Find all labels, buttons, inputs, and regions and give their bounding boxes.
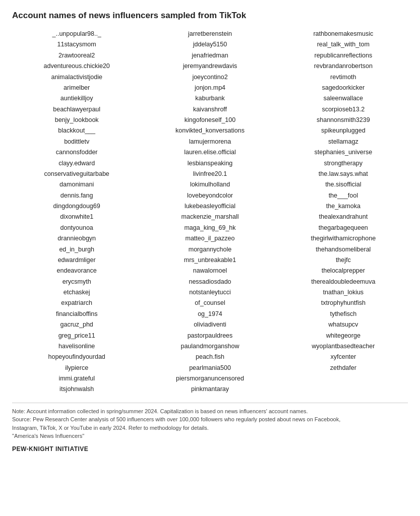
account-name: paulandmorganshow	[181, 342, 239, 351]
note-line3: Instagram, TikTok, X or YouTube in early…	[12, 425, 209, 431]
account-name: pinkmantaray	[191, 384, 229, 394]
account-name: joeycontino2	[192, 73, 227, 82]
account-name: dennis.fang	[61, 191, 93, 201]
account-name: kaburbank	[195, 94, 224, 103]
account-name: lamujermorena	[189, 137, 231, 147]
account-name: thehandsomeliberal	[316, 245, 371, 254]
account-name: republicanreflections	[314, 51, 372, 60]
account-name: clayy.edward	[58, 159, 95, 168]
account-name: expatriarch	[61, 298, 92, 308]
account-name: hopeyoufindyourdad	[48, 352, 105, 362]
account-name: endeavorance	[57, 266, 97, 276]
account-name: kingofoneself_100	[185, 115, 235, 125]
account-name: benjy_lookbook	[55, 115, 99, 125]
account-name: jonjon.mp4	[195, 83, 225, 93]
column-3: rathbonemakesmusicreal_talk_with_tomrepu…	[279, 29, 408, 395]
account-name: peach.fish	[196, 352, 224, 362]
account-name: beachlawyerpaul	[53, 105, 100, 114]
account-name: ed_in_burgh	[59, 245, 94, 254]
account-name: jenafriedman	[192, 51, 228, 60]
account-name: shannonsmith3239	[317, 115, 370, 125]
account-name: matteo_il_pazzeo	[186, 234, 235, 243]
account-name: the___fool	[329, 191, 358, 201]
account-name: thelocalprepper	[322, 266, 365, 276]
branding-label: PEW-KNIGHT INITIATIVE	[12, 445, 408, 453]
account-name: edwardmliger	[58, 255, 96, 265]
account-name: mackenzie_marshall	[182, 212, 239, 222]
account-name: gacruz_phd	[61, 320, 93, 330]
account-name: dingdongdoug69	[53, 202, 100, 211]
account-name: nawalornoel	[193, 266, 227, 276]
account-name: maga_king_69_hk	[184, 223, 235, 233]
account-name: spikeunplugged	[321, 126, 366, 136]
account-name: real_talk_with_tom	[317, 40, 370, 49]
account-name: konvikted_konversations	[175, 126, 245, 136]
account-name: wyoplantbasedteacher	[312, 342, 375, 351]
account-name: etchaskej	[64, 288, 90, 297]
account-name: revtimoth	[330, 73, 356, 82]
account-name: zethdafer	[330, 363, 356, 373]
account-name: saleenwallace	[324, 94, 364, 103]
account-name: revbrandanrobertson	[314, 61, 373, 71]
account-name: immi.grateful	[58, 374, 95, 383]
account-name: tythefisch	[330, 309, 356, 319]
account-name: lesbianspeaking	[188, 159, 233, 168]
account-name: the.sisofficial	[325, 180, 361, 189]
account-name: og_1974	[198, 309, 222, 319]
account-name: lukebeasleyofficial	[185, 202, 235, 211]
account-name: 2rawtooreal2	[58, 51, 95, 60]
account-name: the_kamoka	[326, 202, 361, 211]
column-1: _..unpopular98.._11stacysmom2rawtooreal2…	[12, 29, 141, 395]
account-name: jarretberenstein	[188, 29, 232, 39]
account-name: xyfcenter	[330, 352, 356, 362]
account-name: adventureous.chickie20	[43, 61, 109, 71]
account-name: morgannychole	[189, 245, 231, 254]
account-name: of_counsel	[195, 298, 225, 308]
account-name: thejfc	[336, 255, 351, 265]
account-name: dixonwhite1	[60, 212, 93, 222]
accounts-columns: _..unpopular98.._11stacysmom2rawtooreal2…	[12, 29, 408, 395]
account-name: mrs_unbreakable1	[184, 255, 236, 265]
account-name: blackkout___	[58, 126, 95, 136]
account-name: stellamagz	[328, 137, 358, 147]
account-name: livinfree20.1	[193, 169, 227, 179]
account-name: bodittletv	[64, 137, 89, 147]
account-name: arimelber	[64, 83, 90, 93]
account-name: lokimulholland	[190, 180, 230, 189]
account-name: _..unpopular98.._	[52, 29, 101, 39]
account-name: whitegeorge	[326, 331, 361, 341]
account-name: lauren.elise.official	[184, 148, 236, 157]
account-name: piersmorganuncensored	[176, 374, 244, 383]
account-name: damonimani	[59, 180, 94, 189]
account-name: thealexandrahunt	[319, 212, 368, 222]
account-name: lovebeyondcolor	[187, 191, 233, 201]
account-name: dontyounoa	[60, 223, 93, 233]
account-name: pearlmania500	[189, 363, 231, 373]
account-name: nessadiosdado	[189, 277, 231, 287]
account-name: rathbonemakesmusic	[313, 29, 373, 39]
account-name: thegarbagequeen	[319, 223, 368, 233]
account-name: ilypierce	[65, 363, 88, 373]
account-name: sagedoorkicker	[322, 83, 365, 93]
note-line4: "America's News Influencers"	[12, 433, 84, 439]
account-name: scorpioseb13.2	[322, 105, 365, 114]
account-name: thegirlwithamicrophone	[311, 234, 376, 243]
note-line2: Source: Pew Research Center analysis of …	[12, 416, 340, 422]
note-line1: Note: Account information collected in s…	[12, 408, 308, 414]
page-title: Account names of news influencers sample…	[12, 10, 408, 21]
account-name: oliviadiventi	[194, 320, 226, 330]
account-name: notstanleytucci	[189, 288, 231, 297]
account-name: animalactivistjodie	[51, 73, 102, 82]
account-name: jeremyandrewdavis	[183, 61, 237, 71]
note-section: Note: Account information collected in s…	[12, 403, 408, 440]
account-name: txtrophyhuntfish	[321, 298, 366, 308]
account-name: financialboffins	[56, 309, 97, 319]
account-name: jddelay5150	[193, 40, 227, 49]
account-name: auntiekilljoy	[61, 94, 93, 103]
account-name: whatsupcv	[328, 320, 358, 330]
account-name: kaivanshroff	[193, 105, 227, 114]
account-name: therealdoubledeemuva	[311, 277, 375, 287]
account-name: greg_price11	[58, 331, 95, 341]
account-name: 11stacysmom	[57, 40, 96, 49]
account-name: strongtherapy	[324, 159, 363, 168]
